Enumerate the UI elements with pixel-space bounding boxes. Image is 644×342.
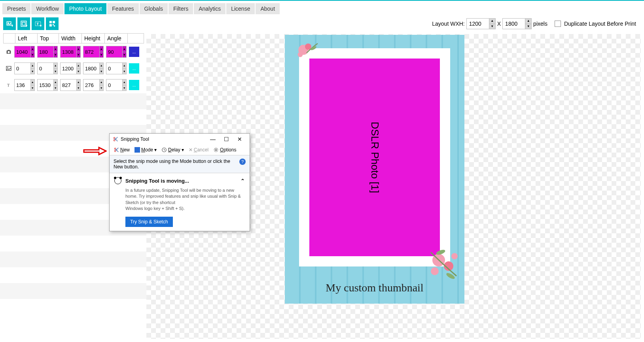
- close-button[interactable]: ✕: [233, 135, 246, 144]
- snip-moving-header: Snipping Tool is moving...: [125, 178, 189, 184]
- tab-globals[interactable]: Globals: [140, 3, 168, 14]
- step-down-icon[interactable]: ▼: [489, 24, 495, 29]
- snip-titlebar[interactable]: Snipping Tool — ☐ ✕: [110, 134, 250, 145]
- header-width: Width: [59, 34, 82, 43]
- add-photo-slot-button[interactable]: +: [3, 17, 16, 30]
- try-snip-sketch-button[interactable]: Try Snip & Sketch: [125, 217, 173, 227]
- snip-info-text: Select the snip mode using the Mode butt…: [114, 159, 236, 170]
- tab-features[interactable]: Features: [107, 3, 138, 14]
- snip-moving-body2: Windows logo key + Shift + S).: [125, 206, 185, 211]
- toolbar: + + T+ Layout WXH: ▲▼ X ▲▼ pixels Duplic…: [0, 14, 644, 33]
- snip-new-button[interactable]: NNewew: [112, 146, 131, 153]
- row3-left[interactable]: ▲▼: [14, 79, 35, 91]
- tab-about[interactable]: About: [256, 3, 280, 14]
- add-qr-button[interactable]: [46, 17, 59, 30]
- layout-wxh-label: Layout WXH:: [432, 21, 464, 27]
- tab-workflow[interactable]: Workflow: [31, 3, 63, 14]
- tab-analytics[interactable]: Analytics: [194, 3, 225, 14]
- panda-icon: [114, 177, 121, 184]
- svg-point-27: [445, 272, 456, 280]
- gear-icon: [213, 147, 219, 153]
- step-down-icon[interactable]: ▼: [525, 24, 531, 29]
- snipping-tool-window[interactable]: Snipping Tool — ☐ ✕ NNewew Mode▾ Delay▾ …: [109, 133, 250, 231]
- row2-top[interactable]: ▲▼: [37, 62, 58, 74]
- svg-point-14: [8, 51, 9, 53]
- snip-info-bar: Select the snip mode using the Mode butt…: [110, 155, 250, 173]
- snip-delay-button[interactable]: Delay▾: [160, 146, 186, 153]
- row2-left[interactable]: ▲▼: [14, 62, 35, 74]
- text-icon: T: [3, 82, 14, 88]
- row3-angle[interactable]: ▲▼: [106, 79, 127, 91]
- maximize-button[interactable]: ☐: [220, 135, 233, 144]
- row2-height[interactable]: ▲▼: [83, 62, 104, 74]
- layout-height-input[interactable]: ▲▼: [502, 18, 532, 29]
- svg-rect-13: [54, 26, 55, 26]
- row3-top[interactable]: ▲▼: [37, 79, 58, 91]
- tab-license[interactable]: License: [226, 3, 255, 14]
- header-left: Left: [15, 34, 38, 43]
- svg-text:T: T: [7, 83, 10, 87]
- row1-height[interactable]: ▲▼: [83, 46, 104, 58]
- duplicate-checkbox[interactable]: [555, 21, 561, 27]
- chevron-down-icon: ▾: [154, 147, 157, 153]
- minimize-button[interactable]: —: [206, 135, 220, 144]
- help-icon[interactable]: ?: [239, 159, 246, 165]
- duplicate-label: Duplicate Layout Before Print: [564, 21, 636, 27]
- row2-width[interactable]: ▲▼: [60, 62, 81, 74]
- row1-angle[interactable]: ▲▼: [106, 46, 127, 58]
- row3-height[interactable]: ▲▼: [83, 79, 104, 91]
- svg-point-16: [7, 67, 8, 68]
- add-outer-frame-button[interactable]: +: [17, 17, 30, 30]
- step-up-icon[interactable]: ▲: [489, 19, 495, 24]
- table-row: T ▲▼ ▲▼ ▲▼ ▲▼ ▲▼ ...: [3, 77, 641, 93]
- header-angle: Angle: [105, 34, 128, 43]
- row3-color-button[interactable]: ...: [129, 80, 139, 90]
- svg-text:+: +: [40, 24, 42, 28]
- svg-text:+: +: [26, 24, 28, 28]
- layout-width-field[interactable]: [467, 19, 489, 29]
- row1-width[interactable]: ▲▼: [60, 46, 81, 58]
- row2-angle[interactable]: ▲▼: [106, 62, 127, 74]
- svg-text:+: +: [11, 24, 13, 28]
- snip-mode-button[interactable]: Mode▾: [133, 146, 158, 153]
- close-icon: ✕: [189, 147, 193, 153]
- row2-color-button[interactable]: ...: [129, 63, 139, 74]
- layout-width-input[interactable]: ▲▼: [466, 18, 496, 29]
- image-icon: [3, 65, 14, 72]
- row3-width[interactable]: ▲▼: [60, 79, 81, 91]
- camera-icon: [3, 49, 14, 55]
- table-row: ▲▼ ▲▼ ▲▼ ▲▼ ▲▼ ...: [3, 60, 641, 77]
- svg-rect-10: [53, 21, 55, 23]
- svg-rect-11: [49, 25, 51, 26]
- clock-icon: [161, 147, 167, 153]
- photo-slot-label: DSLR Photo [1]: [369, 122, 381, 193]
- tab-photo-layout[interactable]: Photo Layout: [64, 3, 107, 14]
- snip-cancel-button: ✕ Cancel: [187, 146, 210, 153]
- snip-moving-body1: In a future update, Snipping Tool will b…: [125, 188, 241, 205]
- layout-x-sep: X: [497, 21, 501, 27]
- svg-point-24: [431, 267, 439, 275]
- row1-top[interactable]: ▲▼: [37, 46, 58, 58]
- chevron-up-icon[interactable]: ⌃: [241, 178, 245, 184]
- tab-presets[interactable]: Presets: [2, 3, 30, 14]
- snip-options-button[interactable]: Options: [212, 146, 238, 153]
- layout-height-field[interactable]: [503, 19, 525, 29]
- tab-filters[interactable]: Filters: [169, 3, 193, 14]
- thumbnail-text[interactable]: My custom thumbnail: [285, 282, 464, 294]
- svg-point-25: [451, 253, 458, 259]
- scissors-icon: [114, 147, 119, 153]
- add-text-button[interactable]: T+: [32, 17, 44, 30]
- svg-point-33: [215, 149, 217, 151]
- snip-toolbar: NNewew Mode▾ Delay▾ ✕ Cancel Options: [110, 145, 250, 155]
- pixels-label: pixels: [533, 21, 547, 27]
- snip-title-text: Snipping Tool: [121, 136, 206, 142]
- header-top: Top: [38, 34, 59, 43]
- mode-icon: [134, 147, 140, 153]
- scissors-icon: [113, 136, 118, 142]
- table-row: ▲▼ ▲▼ ▲▼ ▲▼ ▲▼ ...: [3, 43, 641, 60]
- row1-color-button[interactable]: ...: [129, 47, 139, 57]
- flower-decoration-icon: [417, 240, 468, 288]
- row1-left[interactable]: ▲▼: [14, 46, 35, 58]
- main-tabs: Presets Workflow Photo Layout Features G…: [0, 1, 644, 14]
- step-up-icon[interactable]: ▲: [525, 19, 531, 24]
